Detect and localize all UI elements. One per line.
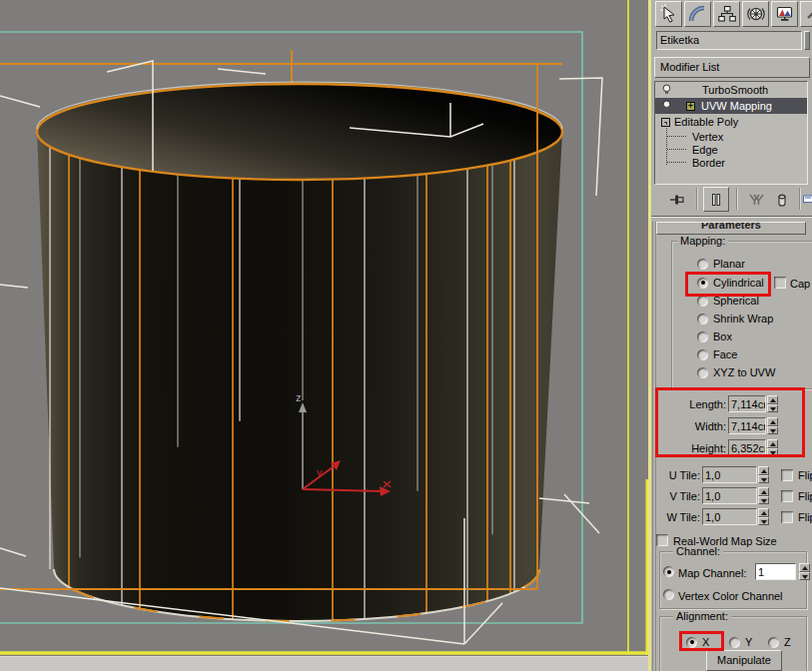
- radio-shrink-wrap[interactable]: [697, 314, 708, 325]
- mapping-option-xyz-to-uvw[interactable]: XYZ to UVW: [697, 365, 775, 379]
- tile-label: W Tile:: [655, 511, 700, 523]
- tile-field-v-tile-[interactable]: 1,0: [702, 487, 757, 504]
- flip-checkbox-w-tile-[interactable]: [781, 511, 793, 523]
- expand-plus-box[interactable]: +: [686, 102, 695, 111]
- tree-dotted-line: [667, 162, 686, 163]
- mapping-option-face[interactable]: Face: [697, 347, 737, 361]
- radio-alignment-y[interactable]: [729, 637, 740, 648]
- object-color-swatch[interactable]: [804, 31, 810, 50]
- dimension-spinner[interactable]: [767, 417, 778, 434]
- 3ds-max-window: z y: [0, 0, 812, 671]
- mapping-option-label: Shrink Wrap: [713, 313, 773, 325]
- configure-modifier-sets-button[interactable]: [803, 187, 812, 212]
- radio-spherical[interactable]: [697, 296, 708, 307]
- dimension-spinner[interactable]: [767, 395, 778, 412]
- tree-dotted-line: [667, 136, 686, 137]
- stack-item-label: Border: [692, 157, 725, 169]
- dimension-spinner[interactable]: [767, 439, 778, 456]
- remove-modifier-button[interactable]: [769, 187, 795, 212]
- pin-stack-icon: [667, 191, 685, 209]
- radio-planar[interactable]: [697, 259, 708, 270]
- bulb-icon-wrap[interactable]: [661, 84, 672, 97]
- dimension-row-height-: Height:6,352cm: [659, 439, 778, 456]
- toolbar-separator: [799, 188, 800, 210]
- cylinder-object: [37, 82, 562, 621]
- utilities-icon: [804, 4, 812, 24]
- stack-item-edge[interactable]: Edge: [655, 143, 807, 156]
- tile-field-u-tile-[interactable]: 1,0: [702, 466, 757, 483]
- radio-cylindrical[interactable]: [697, 278, 708, 289]
- tree-dotted-line: [667, 149, 686, 150]
- show-end-result-button[interactable]: [703, 187, 729, 212]
- radio-box[interactable]: [697, 332, 708, 342]
- cap-label: Cap: [790, 278, 810, 290]
- alignment-option-label: X: [702, 636, 709, 648]
- radio-xyz-to-uvw[interactable]: [697, 367, 708, 378]
- modifier-stack[interactable]: TurboSmooth+UVW Mapping-Editable PolyVer…: [654, 81, 808, 185]
- vertex-color-radio[interactable]: [663, 589, 674, 600]
- stack-tree-line: [666, 123, 667, 165]
- tile-spinner[interactable]: [758, 508, 769, 525]
- tile-spinner[interactable]: [758, 487, 769, 504]
- alignment-option-z[interactable]: Z: [768, 635, 791, 649]
- mapping-option-label: Spherical: [713, 295, 759, 307]
- stack-item-label: Edge: [692, 144, 718, 156]
- cap-checkbox[interactable]: [774, 277, 786, 289]
- stack-item-editable-poly[interactable]: -Editable Poly: [655, 114, 807, 130]
- mapping-option-spherical[interactable]: Spherical: [697, 294, 759, 308]
- map-channel-field[interactable]: 1: [755, 563, 796, 580]
- bulb-icon-wrap[interactable]: [661, 100, 672, 113]
- flip-checkbox-v-tile-[interactable]: [781, 490, 793, 502]
- status-bar-strip: [0, 656, 651, 671]
- tab-display[interactable]: [771, 1, 798, 27]
- tab-motion[interactable]: [742, 1, 769, 27]
- remove-modifier-icon: [774, 192, 790, 208]
- mapping-option-label: Planar: [713, 258, 745, 270]
- tile-field-w-tile-[interactable]: 1,0: [702, 508, 757, 525]
- stack-item-turbosmooth[interactable]: TurboSmooth: [655, 82, 807, 98]
- radio-alignment-x[interactable]: [686, 637, 697, 648]
- toolbar-separator: [696, 188, 697, 210]
- dimension-label: Height:: [659, 442, 726, 454]
- radio-alignment-z[interactable]: [768, 637, 779, 648]
- dimension-row-width-: Width:7,114cm: [659, 417, 778, 434]
- axis-label-y: y: [317, 466, 323, 478]
- dimension-label: Width:: [659, 420, 726, 432]
- dimension-row-length-: Length:7,114cm: [659, 395, 778, 412]
- parameters-rollout-header[interactable]: Parameters: [656, 222, 806, 235]
- tile-spinner[interactable]: [758, 466, 769, 483]
- stack-item-label: Editable Poly: [674, 116, 738, 128]
- alignment-option-x[interactable]: X: [686, 635, 709, 649]
- object-name-field[interactable]: Etiketka: [656, 31, 802, 50]
- dimension-field-height-[interactable]: 6,352cm: [728, 439, 766, 456]
- dimension-field-width-[interactable]: 7,114cm: [728, 417, 766, 434]
- tile-label: V Tile:: [655, 490, 700, 502]
- bulb-icon: [661, 100, 672, 111]
- radio-face[interactable]: [697, 349, 708, 360]
- mapping-option-shrink-wrap[interactable]: Shrink Wrap: [697, 312, 773, 326]
- real-world-checkbox[interactable]: [656, 534, 668, 546]
- viewport-3d[interactable]: z y: [0, 0, 651, 656]
- map-channel-radio[interactable]: [663, 566, 674, 577]
- stack-item-border[interactable]: Border: [655, 156, 807, 169]
- stack-item-uvw-mapping[interactable]: +UVW Mapping: [655, 98, 807, 114]
- flip-checkbox-u-tile-[interactable]: [781, 469, 793, 481]
- make-unique-button[interactable]: [743, 187, 769, 212]
- tile-label: U Tile:: [655, 469, 700, 481]
- manipulate-button[interactable]: Manipulate: [706, 650, 782, 671]
- dimension-field-length-[interactable]: 7,114cm: [728, 395, 766, 412]
- tab-hierarchy[interactable]: [713, 1, 740, 27]
- modifier-list-dropdown[interactable]: Modifier List: [654, 57, 810, 78]
- map-channel-spinner[interactable]: [799, 563, 810, 580]
- rollout-title: Parameters: [657, 222, 805, 231]
- mapping-option-cylindrical[interactable]: Cylindrical: [697, 276, 764, 290]
- tab-modify[interactable]: [684, 1, 711, 27]
- stack-item-vertex[interactable]: Vertex: [655, 130, 807, 143]
- pin-stack-button[interactable]: [663, 187, 689, 212]
- mapping-option-box[interactable]: Box: [697, 330, 732, 343]
- tab-utilities[interactable]: [800, 1, 812, 27]
- tab-create[interactable]: [655, 1, 682, 27]
- mapping-option-planar[interactable]: Planar: [697, 257, 745, 271]
- hierarchy-tree-icon: [717, 4, 737, 24]
- alignment-option-y[interactable]: Y: [729, 635, 752, 649]
